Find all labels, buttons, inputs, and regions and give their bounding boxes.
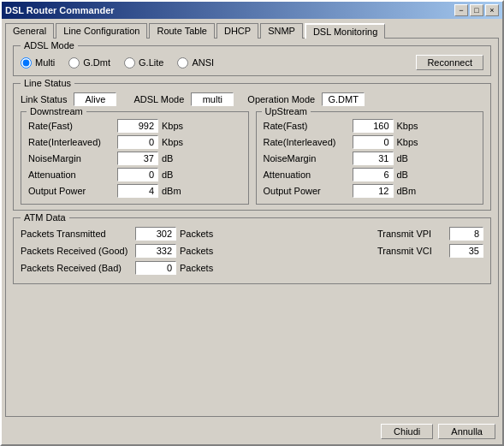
adsl-mode-row: Multi G.Dmt G.Lite ANSI Reconnect — [21, 55, 483, 70]
radio-glite-label: G.Lite — [139, 57, 163, 68]
atm-row-2: Packets Received (Bad) 0 Packets — [21, 261, 364, 275]
atm-row-1: Packets Received (Good) 332 Packets — [21, 244, 364, 258]
us-label-0: Rate(Fast) — [264, 121, 349, 131]
ds-label-2: NoiseMargin — [28, 153, 114, 164]
minimize-button[interactable]: − — [454, 4, 468, 16]
ds-row-4: Output Power 4 dBm — [28, 184, 241, 198]
radio-multi[interactable]: Multi — [21, 57, 55, 68]
atm-unit-2: Packets — [180, 263, 219, 273]
title-controls: − □ × — [454, 4, 499, 16]
us-label-1: Rate(Interleaved) — [264, 137, 349, 147]
us-row-1: Rate(Interleaved) 0 Kbps — [264, 135, 477, 149]
us-row-4: Output Power 12 dBm — [264, 184, 477, 198]
us-unit-2: dB — [397, 153, 421, 164]
tab-dhcp[interactable]: DHCP — [216, 23, 258, 39]
radio-ansi[interactable]: ANSI — [177, 57, 214, 68]
atm-data-legend: ATM Data — [21, 212, 69, 223]
bottom-bar: Chiudi Annulla — [2, 420, 502, 444]
us-row-0: Rate(Fast) 160 Kbps — [264, 119, 477, 133]
us-label-3: Attenuation — [264, 169, 349, 180]
atm-right-row-1: Transmit VCI 35 — [377, 244, 483, 258]
operation-mode-label: Operation Mode — [247, 94, 315, 104]
adsl-mode-content: Multi G.Dmt G.Lite ANSI Reconnect — [21, 55, 483, 70]
main-window: DSL Router Commander − □ × General Line … — [0, 0, 504, 446]
ds-unit-4: dBm — [162, 186, 186, 196]
close-button[interactable]: × — [485, 4, 499, 16]
us-value-3: 6 — [353, 168, 394, 181]
radio-glite[interactable]: G.Lite — [124, 57, 163, 68]
tab-line-configuration[interactable]: Line Configuration — [56, 23, 147, 39]
atm-data-group: ATM Data Packets Transmitted 302 Packets… — [13, 217, 491, 284]
tab-general[interactable]: General — [5, 23, 54, 39]
ds-label-4: Output Power — [28, 186, 114, 196]
tab-snmp[interactable]: SNMP — [260, 23, 303, 39]
us-row-3: Attenuation 6 dB — [264, 168, 477, 181]
us-label-4: Output Power — [264, 186, 349, 196]
radio-gdmt[interactable]: G.Dmt — [68, 57, 110, 68]
adsl-mode-label: ADSL Mode — [133, 94, 184, 104]
radio-glite-input[interactable] — [124, 57, 135, 68]
upstream-group: UpStream Rate(Fast) 160 Kbps Rate(Interl… — [256, 111, 484, 205]
us-value-2: 31 — [353, 152, 394, 165]
line-status-group: Line Status Link Status Alive ADSL Mode … — [13, 83, 491, 211]
atm-label-2: Packets Received (Bad) — [21, 263, 132, 273]
atm-data-content: Packets Transmitted 302 Packets Packets … — [21, 227, 483, 278]
atm-label-1: Packets Received (Good) — [21, 246, 132, 256]
atm-label-0: Packets Transmitted — [21, 229, 132, 239]
ds-value-2: 37 — [117, 152, 158, 165]
ds-label-1: Rate(Interleaved) — [28, 137, 114, 147]
adsl-mode-legend: ADSL Mode — [21, 40, 78, 51]
ds-row-1: Rate(Interleaved) 0 Kbps — [28, 135, 241, 149]
radio-ansi-label: ANSI — [192, 57, 214, 68]
us-value-1: 0 — [353, 135, 394, 149]
tabs-bar: General Line Configuration Route Table D… — [2, 19, 502, 38]
tab-dsl-monitoring[interactable]: DSL Monitoring — [305, 23, 385, 39]
ds-unit-0: Kbps — [162, 121, 186, 131]
line-status-legend: Line Status — [21, 78, 74, 88]
operation-mode-value: G.DMT — [322, 92, 365, 106]
us-row-2: NoiseMargin 31 dB — [264, 152, 477, 165]
downstream-legend: Downstream — [27, 106, 86, 116]
atm-unit-1: Packets — [180, 246, 219, 256]
upstream-legend: UpStream — [262, 106, 311, 116]
ds-label-0: Rate(Fast) — [28, 121, 114, 131]
radio-gdmt-input[interactable] — [68, 57, 80, 68]
link-status-label: Link Status — [21, 94, 67, 104]
atm-right-value-0: 8 — [449, 227, 483, 241]
us-unit-1: Kbps — [397, 137, 421, 147]
downstream-group: Downstream Rate(Fast) 992 Kbps Rate(Inte… — [21, 111, 249, 205]
maximize-button[interactable]: □ — [470, 4, 483, 16]
atm-right-label-1: Transmit VCI — [377, 246, 446, 256]
atm-value-1: 332 — [135, 244, 176, 258]
ds-row-3: Attenuation 0 dB — [28, 168, 241, 181]
reconnect-button[interactable]: Reconnect — [416, 55, 483, 70]
downstream-upstream: Downstream Rate(Fast) 992 Kbps Rate(Inte… — [21, 111, 483, 205]
ds-row-2: NoiseMargin 37 dB — [28, 152, 241, 165]
atm-unit-0: Packets — [180, 229, 219, 239]
atm-value-0: 302 — [135, 227, 176, 241]
us-value-0: 160 — [353, 119, 394, 133]
chiudi-button[interactable]: Chiudi — [381, 424, 433, 439]
ds-unit-1: Kbps — [162, 137, 186, 147]
adsl-mode-value: multi — [191, 92, 234, 106]
atm-right-value-1: 35 — [449, 244, 483, 258]
line-status-row: Link Status Alive ADSL Mode multi Operat… — [21, 92, 483, 106]
tab-route-table[interactable]: Route Table — [149, 23, 215, 39]
upstream-content: Rate(Fast) 160 Kbps Rate(Interleaved) 0 … — [264, 119, 477, 198]
ds-value-3: 0 — [117, 168, 158, 181]
annulla-button[interactable]: Annulla — [438, 424, 495, 439]
radio-multi-input[interactable] — [21, 57, 32, 68]
us-value-4: 12 — [353, 184, 394, 198]
atm-value-2: 0 — [135, 261, 176, 275]
atm-row-0: Packets Transmitted 302 Packets — [21, 227, 364, 241]
us-unit-0: Kbps — [397, 121, 421, 131]
atm-left: Packets Transmitted 302 Packets Packets … — [21, 227, 364, 278]
atm-right-label-0: Transmit VPI — [377, 229, 446, 239]
us-unit-3: dB — [397, 169, 421, 180]
title-bar: DSL Router Commander − □ × — [2, 2, 502, 19]
radio-ansi-input[interactable] — [177, 57, 188, 68]
us-label-2: NoiseMargin — [264, 153, 349, 164]
ds-row-0: Rate(Fast) 992 Kbps — [28, 119, 241, 133]
adsl-mode-group: ADSL Mode Multi G.Dmt G.Lite — [13, 45, 491, 76]
us-unit-4: dBm — [397, 186, 421, 196]
